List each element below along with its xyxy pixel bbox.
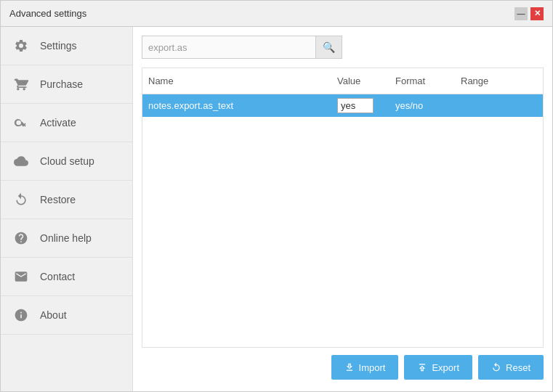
sidebar-label-purchase: Purchase [40,78,83,90]
settings-table: Name Value Format Range notes.export.as_… [142,68,544,348]
import-label: Import [359,362,386,373]
sidebar-item-about[interactable]: About [1,296,132,335]
reset-button[interactable]: Reset [478,355,544,380]
envelope-icon [12,268,30,285]
cell-range [455,102,543,110]
advanced-settings-window: Advanced settings — ✕ Settings [0,0,553,392]
sidebar-label-online-help: Online help [40,232,92,244]
table-header: Name Value Format Range [142,68,543,94]
sidebar-item-online-help[interactable]: Online help [1,219,132,258]
sidebar-label-about: About [40,309,67,321]
title-bar-buttons: — ✕ [514,7,544,20]
reset-icon [491,362,501,372]
footer: Import Export Reset [142,348,544,383]
sidebar-item-restore[interactable]: Restore [1,181,132,219]
sidebar-item-settings[interactable]: Settings [1,27,132,65]
sidebar: Settings Purchase Activate [1,27,133,391]
close-button[interactable]: ✕ [530,7,544,20]
export-label: Export [432,362,459,373]
table-body: notes.export.as_text yes/no [142,94,543,347]
header-name: Name [142,73,331,89]
sidebar-item-cloud-setup[interactable]: Cloud setup [1,142,132,181]
import-icon [344,362,355,372]
window-title: Advanced settings [9,8,86,19]
sidebar-item-contact[interactable]: Contact [1,258,132,296]
title-bar: Advanced settings — ✕ [1,1,552,27]
sidebar-label-restore: Restore [40,194,76,205]
sidebar-label-activate: Activate [40,117,76,128]
cart-icon [12,75,30,93]
export-button[interactable]: Export [404,355,472,380]
header-range: Range [455,73,543,89]
sidebar-item-purchase[interactable]: Purchase [1,65,132,104]
search-icon: 🔍 [323,41,335,53]
question-icon [12,229,30,247]
right-panel: 🔍 Name Value Format Range notes.export.a… [133,27,552,391]
sidebar-item-activate[interactable]: Activate [1,104,132,142]
search-button[interactable]: 🔍 [316,36,342,59]
export-icon [417,362,427,372]
gear-icon [12,37,30,54]
info-icon [12,306,30,324]
cell-name: notes.export.as_text [142,97,331,115]
sidebar-label-settings: Settings [40,40,77,52]
import-button[interactable]: Import [331,355,399,380]
header-format: Format [389,73,455,89]
cell-value[interactable] [331,94,389,117]
reset-label: Reset [506,362,530,373]
value-input[interactable] [337,98,374,113]
cloud-icon [12,152,30,170]
restore-icon [12,191,30,208]
header-value: Value [331,73,389,89]
search-input[interactable] [142,36,316,59]
minimize-button[interactable]: — [514,7,528,20]
key-icon [12,114,30,131]
sidebar-label-contact: Contact [40,271,75,282]
search-bar: 🔍 [142,36,544,59]
main-content: Settings Purchase Activate [1,27,552,391]
table-row[interactable]: notes.export.as_text yes/no [142,94,543,117]
cell-format: yes/no [389,97,455,115]
sidebar-label-cloud-setup: Cloud setup [40,155,94,167]
